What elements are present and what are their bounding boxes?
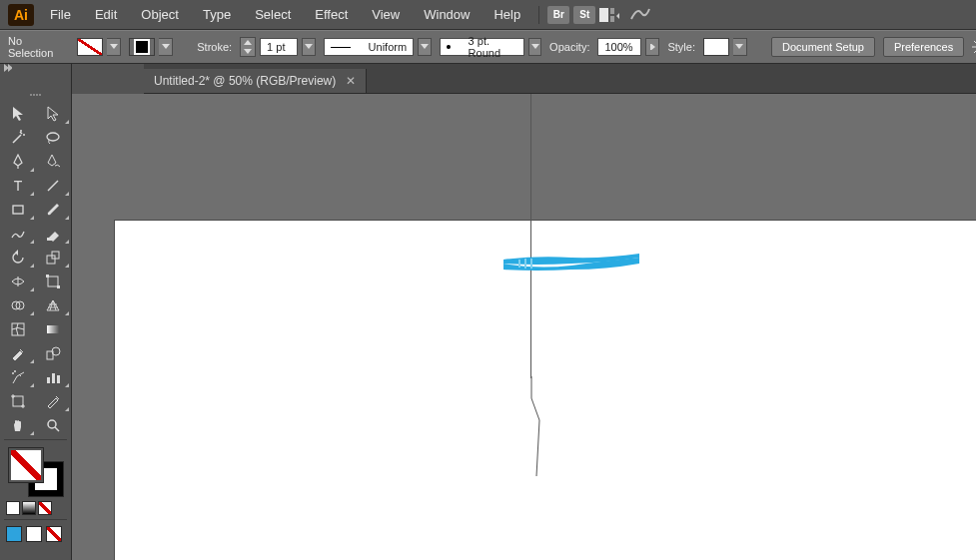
stroke-swatch[interactable] (129, 38, 155, 56)
free-transform-tool[interactable] (36, 270, 72, 293)
tool-divider (4, 519, 67, 520)
line-tool[interactable] (36, 174, 72, 198)
stroke-profile-value: Uniform (369, 41, 408, 53)
arrange-documents-icon[interactable] (599, 8, 619, 22)
artboard-tool[interactable] (0, 389, 36, 413)
style-select[interactable] (703, 38, 747, 56)
svg-rect-19 (57, 285, 60, 288)
fill-indicator[interactable] (8, 447, 44, 483)
direct-selection-tool[interactable] (36, 102, 72, 126)
stroke-dropdown-caret[interactable] (159, 38, 173, 56)
svg-rect-23 (47, 325, 59, 333)
gpu-icon[interactable] (629, 5, 651, 25)
bridge-icon[interactable]: Br (547, 6, 569, 24)
brush-value: 3 pt. Round (469, 35, 518, 59)
curvature-tool[interactable] (36, 150, 72, 174)
slice-tool[interactable] (36, 389, 72, 413)
app-logo: Ai (6, 3, 36, 27)
width-tool[interactable] (0, 270, 36, 293)
svg-rect-30 (57, 375, 60, 383)
stroke-weight-value[interactable]: 1 pt (260, 38, 298, 56)
menu-object[interactable]: Object (131, 3, 189, 26)
rotate-tool[interactable] (0, 246, 36, 270)
menu-edit[interactable]: Edit (85, 3, 127, 26)
swatch-2[interactable] (26, 526, 42, 542)
none-mode-icon[interactable] (38, 501, 52, 515)
brush-dropdown[interactable] (528, 38, 541, 56)
stroke-profile-dropdown[interactable] (418, 38, 432, 56)
stroke-profile-select[interactable]: Uniform (324, 38, 432, 56)
menu-file[interactable]: File (40, 3, 81, 26)
svg-text:Ai: Ai (14, 7, 28, 23)
hand-tool[interactable] (0, 413, 36, 437)
gradient-mode-icon[interactable] (22, 501, 36, 515)
opacity-value[interactable]: 100% (597, 38, 641, 56)
fill-stroke-indicator[interactable] (8, 447, 64, 497)
preferences-button[interactable]: Preferences (883, 37, 964, 57)
column-graph-tool[interactable] (36, 365, 72, 389)
brush-stroke-blue[interactable] (501, 252, 641, 278)
magic-wand-tool[interactable] (0, 126, 36, 150)
stroke-weight-stepper[interactable] (240, 37, 256, 57)
menu-select[interactable]: Select (245, 3, 301, 26)
color-mode-icon[interactable] (6, 501, 20, 515)
stroke-weight-field[interactable]: 1 pt (240, 37, 316, 57)
scale-tool[interactable] (36, 246, 72, 270)
stock-icon[interactable]: St (573, 6, 595, 24)
menu-effect[interactable]: Effect (305, 3, 358, 26)
stroke-weight-dropdown[interactable] (302, 38, 316, 56)
zoom-tool[interactable] (36, 413, 72, 437)
close-tab-icon[interactable]: ✕ (346, 74, 356, 88)
menu-type[interactable]: Type (193, 3, 241, 26)
menu-help[interactable]: Help (484, 3, 530, 26)
mesh-tool[interactable] (0, 317, 36, 341)
gradient-tool[interactable] (36, 317, 72, 341)
svg-line-37 (55, 427, 59, 431)
eyedropper-tool[interactable] (0, 341, 36, 365)
swatch-1[interactable] (6, 526, 22, 542)
menu-view[interactable]: View (362, 3, 410, 26)
toolbox: T (0, 64, 72, 560)
stroke-swatch-group[interactable] (129, 38, 173, 56)
svg-point-36 (48, 420, 56, 428)
profile-preview-line (331, 47, 350, 48)
document-tab-shelf: Untitled-2* @ 50% (RGB/Preview) ✕ (144, 64, 976, 94)
rectangle-tool[interactable] (0, 198, 36, 222)
blend-tool[interactable] (36, 341, 72, 365)
pen-tool[interactable] (0, 150, 36, 174)
opacity-dropdown[interactable] (645, 38, 659, 56)
style-dropdown[interactable] (733, 38, 747, 56)
svg-rect-31 (13, 396, 23, 406)
stroke-label: Stroke: (197, 41, 232, 53)
toolbox-grip[interactable] (0, 94, 71, 100)
document-tab[interactable]: Untitled-2* @ 50% (RGB/Preview) ✕ (144, 69, 367, 93)
fill-dropdown-caret[interactable] (107, 38, 121, 56)
panel-collapse-icon[interactable] (4, 64, 12, 72)
shape-builder-tool[interactable] (0, 293, 36, 317)
style-swatch[interactable] (703, 38, 729, 56)
align-center-icon[interactable] (972, 38, 976, 56)
perspective-grid-tool[interactable] (36, 293, 72, 317)
eraser-tool[interactable] (36, 222, 72, 246)
svg-rect-12 (13, 206, 23, 214)
svg-rect-14 (47, 256, 55, 264)
document-setup-button[interactable]: Document Setup (771, 37, 875, 57)
fill-swatch-group[interactable] (77, 38, 121, 56)
vertical-guide[interactable] (530, 94, 531, 378)
canvas-area[interactable] (72, 94, 976, 560)
fill-swatch[interactable] (77, 38, 103, 56)
brush-select[interactable]: 3 pt. Round (440, 38, 541, 56)
opacity-field[interactable]: 100% (597, 38, 659, 56)
svg-rect-18 (46, 275, 49, 278)
type-tool[interactable]: T (0, 174, 36, 198)
shaper-tool[interactable] (0, 222, 36, 246)
path-stroke[interactable] (530, 376, 550, 478)
menu-window[interactable]: Window (414, 3, 480, 26)
selection-tool[interactable] (0, 102, 36, 126)
lasso-tool[interactable] (36, 126, 72, 150)
opacity-label: Opacity: (549, 41, 589, 53)
paintbrush-tool[interactable] (36, 198, 72, 222)
swatch-3[interactable] (46, 526, 62, 542)
symbol-sprayer-tool[interactable] (0, 365, 36, 389)
fill-mode-row (0, 499, 71, 517)
